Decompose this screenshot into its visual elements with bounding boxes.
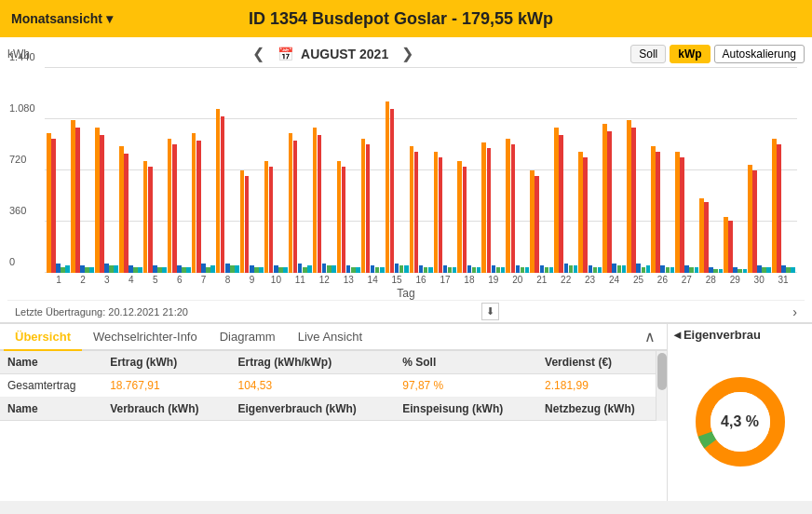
bar-green-20 — [521, 267, 525, 273]
x-label-27: 27 — [674, 275, 698, 285]
bar-group-19 — [481, 142, 505, 273]
bar-orange-19 — [481, 142, 486, 273]
x-label-7: 7 — [192, 275, 216, 285]
bar-group-14 — [361, 139, 385, 273]
bar-orange-9 — [240, 170, 245, 273]
bar-red-1 — [51, 139, 56, 273]
bar-cyan-12 — [332, 265, 336, 273]
bar-green-6 — [182, 267, 186, 273]
bar-cyan-11 — [307, 265, 312, 273]
bar-red-29 — [728, 221, 733, 273]
bar-cyan-14 — [380, 267, 385, 273]
bar-cyan-9 — [259, 267, 264, 273]
bar-orange-2 — [71, 120, 75, 273]
month-view-dropdown[interactable]: Monatsansicht ▾ — [11, 11, 113, 26]
bar-orange-27 — [675, 152, 680, 273]
bar-red-14 — [366, 144, 371, 273]
bar-green-27 — [689, 267, 694, 273]
bar-cyan-3 — [114, 265, 118, 273]
x-label-4: 4 — [119, 275, 143, 285]
kwp-button[interactable]: kWp — [670, 45, 710, 63]
bar-group-22 — [554, 128, 577, 273]
bar-group-12 — [313, 128, 336, 273]
x-label-19: 19 — [481, 275, 506, 285]
x-label-1: 1 — [47, 275, 71, 285]
scroll-bar[interactable] — [656, 351, 667, 421]
bar-blue-24 — [612, 264, 616, 273]
bar-green-9 — [254, 267, 259, 273]
table-header-row-2: Name Verbrauch (kWh) Eigenverbrauch (kWh… — [0, 398, 667, 421]
tabs: Übersicht Wechselrichter-Info Diagramm L… — [0, 324, 667, 351]
collapse-button[interactable]: ∧ — [637, 324, 663, 349]
bar-green-7 — [206, 267, 210, 273]
bar-green-19 — [496, 267, 501, 273]
bar-orange-20 — [506, 139, 510, 273]
x-label-9: 9 — [240, 275, 264, 285]
bar-group-28 — [699, 198, 723, 273]
bar-red-28 — [704, 202, 709, 273]
cell-ertrag-kwp-val: 104,53 — [230, 374, 395, 398]
bar-green-13 — [351, 267, 356, 273]
bar-blue-23 — [589, 265, 593, 273]
bar-blue-19 — [492, 265, 496, 273]
bar-blue-25 — [636, 264, 641, 273]
tab-wechselrichter[interactable]: Wechselrichter-Info — [82, 324, 209, 351]
x-label-28: 28 — [698, 275, 723, 285]
bar-red-13 — [342, 167, 346, 273]
col-ertrag-kwp: Ertrag (kWh/kWp) — [230, 351, 395, 374]
bar-group-25 — [627, 120, 650, 273]
bar-blue-4 — [129, 265, 133, 273]
bar-red-21 — [535, 176, 539, 273]
bar-orange-31 — [772, 139, 777, 273]
tab-ubersicht[interactable]: Übersicht — [4, 324, 82, 351]
bar-group-31 — [772, 139, 795, 273]
tab-live-ansicht[interactable]: Live Ansicht — [287, 324, 373, 351]
bar-blue-26 — [660, 265, 665, 273]
bar-green-28 — [713, 269, 718, 273]
bar-group-16 — [410, 146, 433, 273]
bar-red-9 — [245, 176, 250, 273]
x-label-21: 21 — [530, 275, 554, 285]
prev-month-button[interactable]: ❮ — [247, 43, 270, 64]
bar-red-26 — [656, 152, 660, 273]
bar-red-12 — [318, 135, 322, 273]
bar-orange-10 — [264, 161, 269, 273]
scroll-thumb[interactable] — [657, 353, 667, 390]
soll-button[interactable]: Soll — [630, 45, 666, 63]
bar-group-6 — [168, 139, 191, 273]
bar-blue-31 — [781, 265, 786, 273]
next-month-button[interactable]: ❯ — [396, 43, 419, 64]
autoscale-button[interactable]: Autoskalierung — [714, 45, 805, 63]
bar-red-15 — [390, 109, 395, 273]
bar-group-24 — [602, 124, 626, 273]
bar-green-25 — [642, 267, 646, 273]
bar-group-1 — [47, 133, 70, 273]
x-label-13: 13 — [336, 275, 360, 285]
bar-cyan-25 — [646, 265, 651, 273]
x-label-17: 17 — [433, 275, 457, 285]
bar-orange-15 — [386, 101, 390, 273]
x-label-30: 30 — [747, 275, 771, 285]
bar-blue-10 — [274, 265, 278, 273]
bar-group-15 — [386, 101, 409, 273]
cell-name-gesamtertrag: Gesamtertrag — [0, 374, 102, 398]
bar-red-7 — [196, 141, 201, 273]
bar-group-9 — [240, 170, 264, 273]
download-icon[interactable]: ⬇ — [481, 303, 499, 320]
bar-green-4 — [133, 267, 138, 273]
bar-cyan-21 — [549, 267, 554, 273]
bar-green-17 — [448, 267, 453, 273]
x-label-24: 24 — [602, 275, 627, 285]
bar-blue-8 — [225, 264, 230, 273]
bar-blue-17 — [443, 265, 448, 273]
tab-diagramm[interactable]: Diagramm — [209, 324, 287, 351]
x-label-11: 11 — [288, 275, 312, 285]
bar-cyan-24 — [622, 265, 627, 273]
bar-blue-7 — [201, 264, 206, 273]
bar-cyan-26 — [670, 267, 675, 273]
arrow-right-icon[interactable]: › — [792, 304, 797, 319]
bar-orange-26 — [651, 146, 656, 273]
bar-red-8 — [221, 116, 225, 273]
bar-red-25 — [631, 128, 636, 273]
bar-orange-21 — [530, 170, 535, 273]
